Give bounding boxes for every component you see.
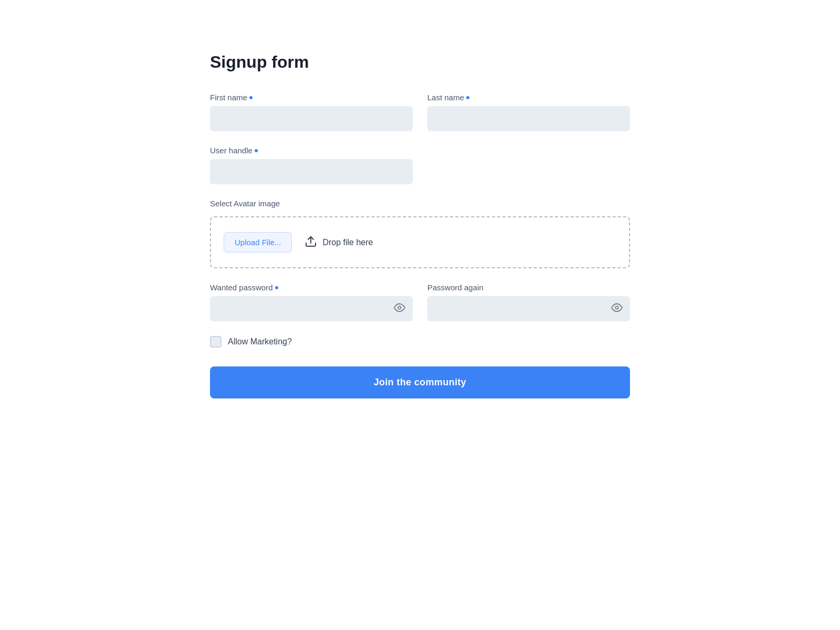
wanted-password-eye-icon[interactable] xyxy=(394,302,405,316)
first-name-required-dot xyxy=(249,96,253,99)
user-handle-label: User handle xyxy=(210,146,413,155)
svg-point-2 xyxy=(615,306,618,309)
upload-icon xyxy=(304,235,317,250)
drop-area: Drop file here xyxy=(304,235,373,250)
avatar-row: Select Avatar image Upload File... Drop … xyxy=(210,199,630,268)
password-row: Wanted password Password again xyxy=(210,283,630,321)
last-name-group: Last name xyxy=(427,93,630,131)
page-title: Signup form xyxy=(210,52,630,72)
wanted-password-required-dot xyxy=(275,286,278,289)
last-name-input[interactable] xyxy=(427,106,630,131)
password-again-label: Password again xyxy=(427,283,630,292)
last-name-required-dot xyxy=(466,96,469,99)
wanted-password-input[interactable] xyxy=(210,296,413,321)
user-handle-required-dot xyxy=(255,149,258,152)
wanted-password-wrapper xyxy=(210,296,413,321)
first-name-group: First name xyxy=(210,93,413,131)
allow-marketing-label: Allow Marketing? xyxy=(228,337,292,346)
wanted-password-group: Wanted password xyxy=(210,283,413,321)
password-again-eye-icon[interactable] xyxy=(611,302,623,316)
svg-point-1 xyxy=(398,306,401,309)
password-again-wrapper xyxy=(427,296,630,321)
first-name-label: First name xyxy=(210,93,413,102)
allow-marketing-checkbox[interactable] xyxy=(210,336,222,348)
drop-file-text: Drop file here xyxy=(322,238,373,247)
name-row: First name Last name xyxy=(210,93,630,131)
upload-file-button[interactable]: Upload File... xyxy=(224,232,292,253)
allow-marketing-row: Allow Marketing? xyxy=(210,336,630,348)
signup-form-container: Signup form First name Last name User ha… xyxy=(210,32,630,419)
avatar-label: Select Avatar image xyxy=(210,199,630,208)
user-handle-input[interactable] xyxy=(210,159,413,184)
user-handle-group: User handle xyxy=(210,146,413,184)
last-name-label: Last name xyxy=(427,93,630,102)
password-again-input[interactable] xyxy=(427,296,630,321)
dropzone[interactable]: Upload File... Drop file here xyxy=(210,216,630,268)
wanted-password-label: Wanted password xyxy=(210,283,413,292)
avatar-group: Select Avatar image Upload File... Drop … xyxy=(210,199,630,268)
password-again-group: Password again xyxy=(427,283,630,321)
first-name-input[interactable] xyxy=(210,106,413,131)
submit-button[interactable]: Join the community xyxy=(210,366,630,398)
user-handle-row: User handle xyxy=(210,146,630,184)
